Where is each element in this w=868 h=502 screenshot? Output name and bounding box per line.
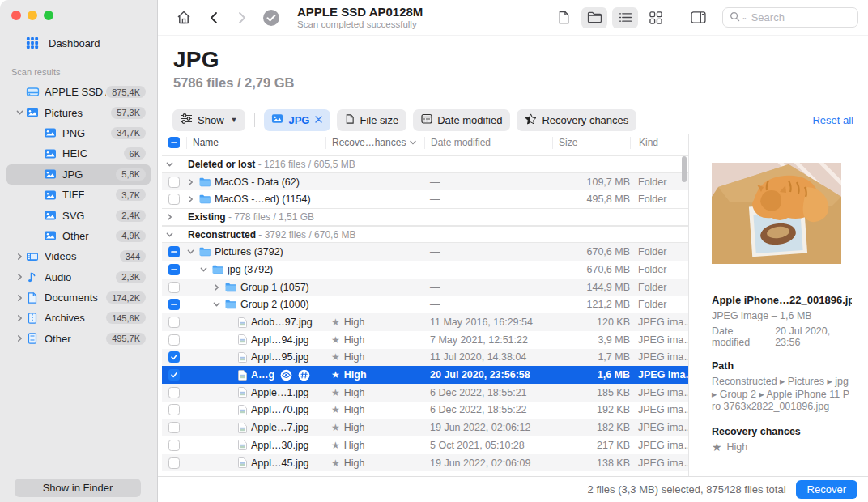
preview-date-label: Date modified	[712, 325, 769, 348]
minimize-window-button[interactable]	[28, 11, 37, 20]
chevron-icon[interactable]	[186, 178, 195, 186]
chevron-icon[interactable]	[212, 283, 221, 291]
chevron-icon[interactable]	[165, 231, 174, 239]
chevron-icon[interactable]	[186, 195, 195, 203]
file-row[interactable]: Apple…1.jpg★High6 Dec 2022, 18:55:21185 …	[162, 384, 688, 402]
folder-icon	[199, 177, 211, 187]
sidebar-item-videos[interactable]: Videos344	[6, 246, 151, 266]
show-filter-button[interactable]: Show ▼	[172, 109, 245, 131]
files-view-button[interactable]	[551, 7, 577, 28]
column-header-kind[interactable]: Kind	[630, 137, 688, 149]
file-row[interactable]: Appl…30.jpg★High5 Oct 2021, 05:10:28217 …	[162, 436, 688, 454]
scan-status-text: Scan completed successfully	[297, 19, 423, 30]
sidebar-item-png[interactable]: PNG34,7K	[6, 123, 151, 143]
sidebar-item-tiff[interactable]: TIFF3,7K	[6, 185, 151, 205]
file-row[interactable]: Adob…97.jpg★High11 May 2016, 16:29:54120…	[162, 313, 688, 331]
chevron-right-icon[interactable]	[13, 273, 26, 281]
chevron-down-icon[interactable]	[13, 108, 26, 117]
grid-view-button[interactable]	[643, 7, 669, 28]
sidebar-item-other[interactable]: Other495,7K	[6, 329, 151, 349]
chevron-icon[interactable]	[186, 248, 195, 256]
sidebar-item-jpg[interactable]: JPG5,8K	[6, 164, 151, 185]
row-checkbox[interactable]	[168, 282, 180, 293]
row-checkbox[interactable]	[168, 457, 180, 469]
folder-row[interactable]: jpg (3792)—670,6 MBFolder	[162, 261, 688, 279]
row-checkbox[interactable]	[168, 194, 180, 205]
row-checkbox[interactable]	[168, 404, 180, 415]
folder-row[interactable]: MacOS - Data (62)—109,7 MBFolder	[162, 173, 688, 191]
recovery-chance-label: High	[344, 440, 365, 451]
search-scope-chevron-icon[interactable]: ⌄	[742, 14, 747, 21]
row-checkbox[interactable]	[168, 351, 180, 363]
sidebar-item-heic[interactable]: HEIC6K	[6, 143, 151, 164]
date-modified-filter-button[interactable]: Date modified	[413, 109, 510, 131]
row-checkbox[interactable]	[168, 369, 180, 381]
list-view-button[interactable]	[612, 7, 638, 28]
row-checkbox[interactable]	[168, 299, 180, 310]
column-header-size[interactable]: Size	[552, 137, 630, 149]
sidebar-item-audio[interactable]: Audio2,3K	[6, 267, 151, 287]
file-row[interactable]: Appl…94.jpg★High7 May 2021, 12:51:223,9 …	[162, 331, 688, 349]
row-checkbox[interactable]	[168, 422, 180, 433]
back-button[interactable]	[202, 6, 224, 29]
toggle-panel-button[interactable]	[685, 7, 711, 28]
date-modified-cell: 6 Dec 2022, 18:55:21	[424, 387, 552, 398]
sidebar-item-pictures[interactable]: Pictures57,3K	[6, 102, 151, 122]
chevron-icon[interactable]	[165, 160, 174, 168]
section-row-deleted-or-lost[interactable]: Deleted or lost - 1216 files / 605,5 MB	[162, 155, 688, 173]
file-row[interactable]: Appl…95.jpg★High11 Jul 2020, 14:38:041,7…	[162, 349, 688, 367]
file-row[interactable]: Appl…70.jpg★High6 Dec 2022, 18:55:22192 …	[162, 402, 688, 419]
chevron-icon[interactable]	[165, 213, 174, 221]
sidebar-item-dashboard[interactable]: Dashboard	[6, 33, 151, 53]
row-checkbox[interactable]	[168, 334, 180, 346]
sidebar-item-apple-ssd-ap[interactable]: APPLE SSD AP…875,4K	[6, 82, 151, 102]
recover-button[interactable]: Recover	[796, 480, 857, 499]
search-input[interactable]	[751, 11, 832, 23]
chevron-icon[interactable]	[212, 300, 221, 308]
row-checkbox[interactable]	[168, 246, 180, 257]
zoom-window-button[interactable]	[44, 11, 53, 20]
count-badge: 4,9K	[116, 230, 146, 242]
chevron-right-icon[interactable]	[13, 334, 26, 342]
folder-row[interactable]: Pictures (3792)—670,6 MBFolder	[162, 243, 688, 261]
forward-button[interactable]	[231, 6, 253, 29]
chevron-right-icon[interactable]	[13, 294, 26, 302]
search-field[interactable]: ⌄	[722, 7, 858, 28]
column-header-name[interactable]: Name	[186, 137, 326, 149]
folders-view-button[interactable]	[581, 7, 607, 28]
chevron-right-icon[interactable]	[13, 253, 26, 261]
table-scrollbar[interactable]	[682, 156, 687, 182]
sidebar-item-documents[interactable]: Documents174,2K	[6, 287, 151, 308]
file-row[interactable]: Apple…7.jpg★High19 Jun 2022, 02:06:12182…	[162, 419, 688, 436]
chevron-icon[interactable]	[199, 266, 208, 274]
row-checkbox[interactable]	[168, 387, 180, 398]
close-window-button[interactable]	[11, 11, 21, 20]
section-row-existing[interactable]: Existing - 778 files / 1,51 GB	[162, 208, 688, 226]
row-checkbox[interactable]	[168, 440, 180, 451]
file-size-filter-button[interactable]: File size	[337, 109, 406, 131]
row-checkbox[interactable]	[168, 317, 180, 328]
file-row[interactable]: A…g★High20 Jul 2020, 23:56:581,6 MBJPEG …	[162, 366, 688, 384]
remove-filter-icon[interactable]	[314, 114, 323, 126]
sidebar-item-svg[interactable]: SVG2,4K	[6, 205, 151, 225]
section-row-reconstructed[interactable]: Reconstructed - 3792 files / 670,6 MB	[162, 226, 688, 244]
sidebar-item-other[interactable]: Other4,9K	[6, 226, 151, 246]
preview-image[interactable]	[712, 163, 841, 264]
file-row[interactable]: Appl…45.jpg★High19 Jun 2022, 02:06:09138…	[162, 454, 688, 472]
folder-row[interactable]: MacOS -…ed) (1154)—495,8 MBFolder	[162, 190, 688, 208]
row-checkbox[interactable]	[168, 264, 180, 275]
recovery-chances-filter-button[interactable]: Recovery chances	[517, 109, 636, 131]
chevron-right-icon[interactable]	[13, 314, 26, 322]
show-in-finder-button[interactable]: Show in Finder	[15, 479, 141, 497]
select-all-checkbox[interactable]	[168, 137, 180, 148]
recovery-chance-label: High	[344, 387, 365, 398]
jpg-filter-chip[interactable]: JPG	[264, 109, 330, 131]
column-header-recovery[interactable]: Recove…hances	[326, 137, 424, 149]
folder-row[interactable]: Group 2 (1000)—121,2 MBFolder	[162, 296, 688, 314]
sidebar-item-archives[interactable]: Archives145,6K	[6, 308, 151, 328]
folder-row[interactable]: Group 1 (1057)—144,9 MBFolder	[162, 279, 688, 296]
row-checkbox[interactable]	[168, 177, 180, 188]
home-button[interactable]	[172, 6, 195, 29]
reset-all-link[interactable]: Reset all	[812, 114, 853, 126]
column-header-date[interactable]: Date modified	[424, 137, 552, 149]
